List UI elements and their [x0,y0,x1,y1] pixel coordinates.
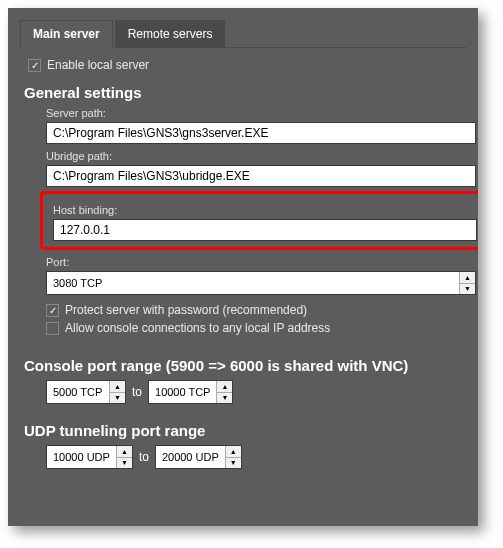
port-value[interactable]: 3080 TCP [47,272,459,294]
server-path-input[interactable] [46,122,476,144]
protect-password-row: Protect server with password (recommende… [46,303,466,317]
console-port-from-value[interactable]: 5000 TCP [47,381,109,403]
udp-port-to-spinner[interactable]: 20000 UDP ▲ ▼ [155,445,242,469]
port-spinner[interactable]: 3080 TCP ▲ ▼ [46,271,476,295]
console-to-label: to [132,385,142,399]
server-path-label: Server path: [46,107,466,119]
general-settings-title: General settings [24,84,466,101]
udp-port-from-value[interactable]: 10000 UDP [47,446,116,468]
allow-console-checkbox[interactable] [46,322,59,335]
allow-console-label: Allow console connections to any local I… [65,321,330,335]
tab-remote-servers[interactable]: Remote servers [115,20,226,48]
console-from-down-button[interactable]: ▼ [110,393,125,404]
ubridge-path-input[interactable] [46,165,476,187]
udp-from-down-button[interactable]: ▼ [117,458,132,469]
enable-local-server-label: Enable local server [47,58,149,72]
server-settings-panel: Main server Remote servers Enable local … [8,8,478,526]
console-port-to-value[interactable]: 10000 TCP [149,381,216,403]
protect-password-label: Protect server with password (recommende… [65,303,307,317]
port-down-button[interactable]: ▼ [460,284,475,295]
host-binding-input[interactable] [53,219,477,241]
udp-to-up-button[interactable]: ▲ [226,446,241,458]
console-from-up-button[interactable]: ▲ [110,381,125,393]
protect-password-checkbox[interactable] [46,304,59,317]
tabs: Main server Remote servers [20,20,466,48]
console-port-to-spinner[interactable]: 10000 TCP ▲ ▼ [148,380,233,404]
console-to-up-button[interactable]: ▲ [217,381,232,393]
allow-console-row: Allow console connections to any local I… [46,321,466,335]
udp-to-down-button[interactable]: ▼ [226,458,241,469]
port-label: Port: [46,256,466,268]
console-port-range-row: 5000 TCP ▲ ▼ to 10000 TCP ▲ ▼ [46,380,466,404]
host-binding-label: Host binding: [53,204,477,216]
ubridge-path-label: Ubridge path: [46,150,466,162]
udp-from-up-button[interactable]: ▲ [117,446,132,458]
enable-local-server-checkbox[interactable] [28,59,41,72]
port-up-button[interactable]: ▲ [460,272,475,284]
enable-local-server-row: Enable local server [28,58,466,72]
udp-port-from-spinner[interactable]: 10000 UDP ▲ ▼ [46,445,133,469]
console-port-range-title: Console port range (5900 => 6000 is shar… [24,357,466,374]
udp-to-label: to [139,450,149,464]
console-port-from-spinner[interactable]: 5000 TCP ▲ ▼ [46,380,126,404]
udp-port-range-row: 10000 UDP ▲ ▼ to 20000 UDP ▲ ▼ [46,445,466,469]
udp-port-to-value[interactable]: 20000 UDP [156,446,225,468]
tab-main-server[interactable]: Main server [20,20,113,48]
udp-port-range-title: UDP tunneling port range [24,422,466,439]
console-to-down-button[interactable]: ▼ [217,393,232,404]
host-binding-highlight: Host binding: [40,191,478,250]
